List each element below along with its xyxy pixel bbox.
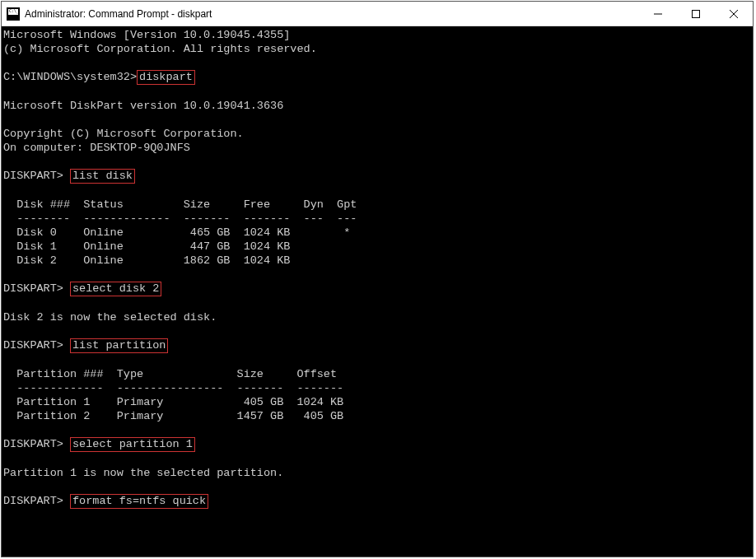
diskpart-version: Microsoft DiskPart version 10.0.19041.36… [3,99,753,113]
highlighted-command: list disk [70,169,135,184]
diskpart-prompt: DISKPART> [3,170,70,182]
disk-table-row: Disk 1 Online 447 GB 1024 KB [3,240,753,254]
partition-table-header: Partition ### Type Size Offset [3,367,753,381]
diskpart-prompt-line: DISKPART> select partition 1 [3,437,753,452]
cmd-icon [7,7,20,21]
diskpart-prompt-line: DISKPART> list partition [3,338,753,353]
highlighted-command: select partition 1 [70,437,195,452]
diskpart-prompt: DISKPART> [3,282,70,295]
prompt-line: C:\WINDOWS\system32>diskpart [3,70,753,85]
diskpart-prompt-line: DISKPART> select disk 2 [3,282,753,296]
svg-rect-1 [693,10,700,17]
disk-table-row: Disk 2 Online 1862 GB 1024 KB [3,254,753,268]
diskpart-prompt-line: DISKPART> format fs=ntfs quick [3,494,753,509]
window-title: Administrator: Command Prompt - diskpart [25,8,212,20]
header-line: Microsoft Windows [Version 10.0.19045.43… [3,28,753,42]
minimize-icon [654,10,662,18]
diskpart-prompt: DISKPART> [3,339,70,352]
computer-line: On computer: DESKTOP-9Q0JNFS [3,141,753,155]
partition-table-row: Partition 2 Primary 1457 GB 405 GB [3,409,753,423]
maximize-icon [692,10,700,18]
diskpart-prompt-line: DISKPART> list disk [3,169,753,184]
command-prompt-window: Administrator: Command Prompt - diskpart… [1,1,754,557]
copyright-line: Copyright (C) Microsoft Corporation. [3,127,753,141]
highlighted-command: select disk 2 [70,282,161,296]
titlebar-left: Administrator: Command Prompt - diskpart [2,7,639,21]
minimize-button[interactable] [639,2,677,26]
disk-table-divider: -------- ------------- ------- ------- -… [3,212,753,226]
diskpart-prompt: DISKPART> [3,438,70,450]
close-icon [730,10,738,18]
status-message: Disk 2 is now the selected disk. [3,310,753,324]
highlighted-command: format fs=ntfs quick [70,494,208,509]
highlighted-command: list partition [70,338,168,353]
status-message: Partition 1 is now the selected partitio… [3,466,753,480]
maximize-button[interactable] [677,2,715,26]
terminal-output[interactable]: Microsoft Windows [Version 10.0.19045.43… [2,26,753,557]
prompt-prefix: C:\WINDOWS\system32> [3,71,137,83]
close-button[interactable] [715,2,753,26]
partition-table-row: Partition 1 Primary 405 GB 1024 KB [3,395,753,409]
disk-table-row: Disk 0 Online 465 GB 1024 KB * [3,226,753,240]
diskpart-prompt: DISKPART> [3,495,70,507]
partition-table-divider: ------------- ---------------- ------- -… [3,381,753,395]
disk-table-header: Disk ### Status Size Free Dyn Gpt [3,198,753,212]
highlighted-command: diskpart [137,70,195,85]
window-controls [639,2,753,26]
header-line: (c) Microsoft Corporation. All rights re… [3,42,753,56]
titlebar[interactable]: Administrator: Command Prompt - diskpart [2,2,753,26]
